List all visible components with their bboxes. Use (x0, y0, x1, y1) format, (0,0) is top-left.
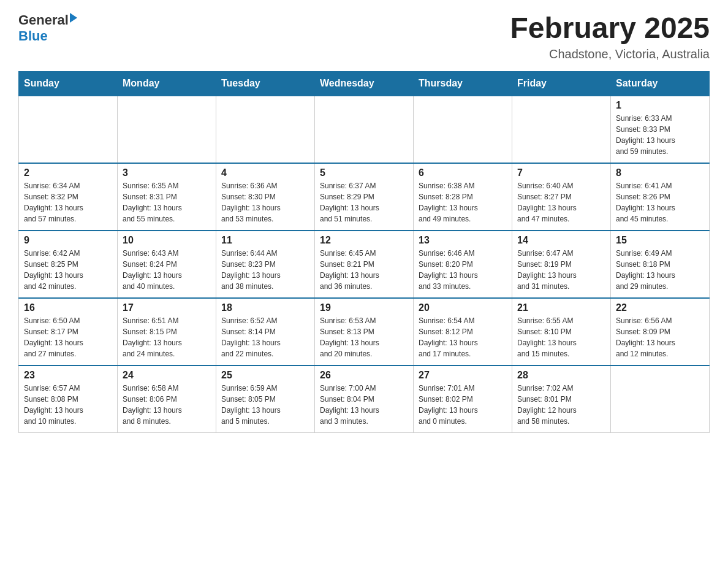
calendar-cell: 15Sunrise: 6:49 AM Sunset: 8:18 PM Dayli… (611, 231, 710, 298)
calendar-cell (118, 96, 216, 163)
day-number: 15 (616, 235, 704, 246)
month-title: February 2025 (510, 12, 710, 45)
day-info: Sunrise: 6:52 AM Sunset: 8:14 PM Dayligh… (221, 315, 309, 359)
calendar-cell: 10Sunrise: 6:43 AM Sunset: 8:24 PM Dayli… (118, 231, 216, 298)
day-info: Sunrise: 6:50 AM Sunset: 8:17 PM Dayligh… (24, 315, 112, 359)
calendar-cell: 19Sunrise: 6:53 AM Sunset: 8:13 PM Dayli… (315, 298, 414, 366)
weekday-header-thursday: Thursday (414, 71, 512, 96)
logo-blue-text: Blue (18, 28, 77, 44)
day-number: 4 (221, 167, 309, 178)
day-number: 28 (517, 370, 605, 381)
calendar-cell: 11Sunrise: 6:44 AM Sunset: 8:23 PM Dayli… (216, 231, 315, 298)
day-number: 7 (517, 167, 605, 178)
calendar-cell: 2Sunrise: 6:34 AM Sunset: 8:32 PM Daylig… (19, 163, 118, 231)
day-number: 26 (320, 370, 408, 381)
calendar-cell: 28Sunrise: 7:02 AM Sunset: 8:01 PM Dayli… (512, 366, 611, 433)
day-info: Sunrise: 6:54 AM Sunset: 8:12 PM Dayligh… (419, 315, 507, 359)
day-number: 12 (320, 235, 408, 246)
day-info: Sunrise: 7:02 AM Sunset: 8:01 PM Dayligh… (517, 383, 605, 427)
calendar-cell: 20Sunrise: 6:54 AM Sunset: 8:12 PM Dayli… (414, 298, 512, 366)
calendar-cell: 23Sunrise: 6:57 AM Sunset: 8:08 PM Dayli… (19, 366, 118, 433)
page-header: General Blue February 2025 Chadstone, Vi… (18, 12, 710, 61)
calendar-cell: 4Sunrise: 6:36 AM Sunset: 8:30 PM Daylig… (216, 163, 315, 231)
day-number: 10 (123, 235, 211, 246)
day-info: Sunrise: 6:55 AM Sunset: 8:10 PM Dayligh… (517, 315, 605, 359)
calendar-cell (315, 96, 414, 163)
day-number: 22 (616, 302, 704, 313)
day-number: 24 (123, 370, 211, 381)
day-number: 23 (24, 370, 112, 381)
calendar-week-1: 1Sunrise: 6:33 AM Sunset: 8:33 PM Daylig… (19, 96, 710, 163)
day-number: 2 (24, 167, 112, 178)
day-info: Sunrise: 6:56 AM Sunset: 8:09 PM Dayligh… (616, 315, 704, 359)
title-block: February 2025 Chadstone, Victoria, Austr… (510, 12, 710, 61)
calendar-cell: 26Sunrise: 7:00 AM Sunset: 8:04 PM Dayli… (315, 366, 414, 433)
location-title: Chadstone, Victoria, Australia (510, 47, 710, 61)
logo-general-text: General (18, 12, 69, 28)
day-info: Sunrise: 6:35 AM Sunset: 8:31 PM Dayligh… (123, 180, 211, 224)
day-number: 13 (419, 235, 507, 246)
calendar-cell: 18Sunrise: 6:52 AM Sunset: 8:14 PM Dayli… (216, 298, 315, 366)
day-info: Sunrise: 6:49 AM Sunset: 8:18 PM Dayligh… (616, 248, 704, 292)
calendar-cell: 14Sunrise: 6:47 AM Sunset: 8:19 PM Dayli… (512, 231, 611, 298)
weekday-header-saturday: Saturday (611, 71, 710, 96)
day-info: Sunrise: 6:33 AM Sunset: 8:33 PM Dayligh… (616, 113, 704, 157)
day-info: Sunrise: 6:37 AM Sunset: 8:29 PM Dayligh… (320, 180, 408, 224)
calendar-header: SundayMondayTuesdayWednesdayThursdayFrid… (19, 71, 710, 96)
day-info: Sunrise: 6:58 AM Sunset: 8:06 PM Dayligh… (123, 383, 211, 427)
calendar-week-5: 23Sunrise: 6:57 AM Sunset: 8:08 PM Dayli… (19, 366, 710, 433)
weekday-header-friday: Friday (512, 71, 611, 96)
day-info: Sunrise: 6:46 AM Sunset: 8:20 PM Dayligh… (419, 248, 507, 292)
day-number: 9 (24, 235, 112, 246)
day-info: Sunrise: 6:40 AM Sunset: 8:27 PM Dayligh… (517, 180, 605, 224)
day-number: 3 (123, 167, 211, 178)
day-info: Sunrise: 6:45 AM Sunset: 8:21 PM Dayligh… (320, 248, 408, 292)
calendar-table: SundayMondayTuesdayWednesdayThursdayFrid… (18, 71, 710, 434)
calendar-cell: 25Sunrise: 6:59 AM Sunset: 8:05 PM Dayli… (216, 366, 315, 433)
weekday-header-monday: Monday (118, 71, 216, 96)
calendar-cell (216, 96, 315, 163)
calendar-cell: 12Sunrise: 6:45 AM Sunset: 8:21 PM Dayli… (315, 231, 414, 298)
calendar-cell: 21Sunrise: 6:55 AM Sunset: 8:10 PM Dayli… (512, 298, 611, 366)
day-info: Sunrise: 6:53 AM Sunset: 8:13 PM Dayligh… (320, 315, 408, 359)
calendar-week-2: 2Sunrise: 6:34 AM Sunset: 8:32 PM Daylig… (19, 163, 710, 231)
calendar-cell: 1Sunrise: 6:33 AM Sunset: 8:33 PM Daylig… (611, 96, 710, 163)
weekday-header-wednesday: Wednesday (315, 71, 414, 96)
day-info: Sunrise: 7:01 AM Sunset: 8:02 PM Dayligh… (419, 383, 507, 427)
calendar-cell: 22Sunrise: 6:56 AM Sunset: 8:09 PM Dayli… (611, 298, 710, 366)
day-number: 18 (221, 302, 309, 313)
calendar-cell: 24Sunrise: 6:58 AM Sunset: 8:06 PM Dayli… (118, 366, 216, 433)
day-number: 5 (320, 167, 408, 178)
logo: General Blue (18, 12, 77, 44)
calendar-cell (512, 96, 611, 163)
calendar-cell: 5Sunrise: 6:37 AM Sunset: 8:29 PM Daylig… (315, 163, 414, 231)
day-info: Sunrise: 6:41 AM Sunset: 8:26 PM Dayligh… (616, 180, 704, 224)
day-number: 11 (221, 235, 309, 246)
calendar-week-4: 16Sunrise: 6:50 AM Sunset: 8:17 PM Dayli… (19, 298, 710, 366)
day-info: Sunrise: 6:51 AM Sunset: 8:15 PM Dayligh… (123, 315, 211, 359)
calendar-cell (414, 96, 512, 163)
day-info: Sunrise: 6:44 AM Sunset: 8:23 PM Dayligh… (221, 248, 309, 292)
calendar-cell: 3Sunrise: 6:35 AM Sunset: 8:31 PM Daylig… (118, 163, 216, 231)
day-info: Sunrise: 6:57 AM Sunset: 8:08 PM Dayligh… (24, 383, 112, 427)
day-info: Sunrise: 6:47 AM Sunset: 8:19 PM Dayligh… (517, 248, 605, 292)
day-number: 19 (320, 302, 408, 313)
day-number: 17 (123, 302, 211, 313)
day-info: Sunrise: 6:38 AM Sunset: 8:28 PM Dayligh… (419, 180, 507, 224)
weekday-header-tuesday: Tuesday (216, 71, 315, 96)
calendar-cell: 7Sunrise: 6:40 AM Sunset: 8:27 PM Daylig… (512, 163, 611, 231)
logo-arrow-icon (70, 13, 77, 23)
day-number: 25 (221, 370, 309, 381)
day-info: Sunrise: 6:42 AM Sunset: 8:25 PM Dayligh… (24, 248, 112, 292)
day-info: Sunrise: 6:34 AM Sunset: 8:32 PM Dayligh… (24, 180, 112, 224)
day-info: Sunrise: 6:43 AM Sunset: 8:24 PM Dayligh… (123, 248, 211, 292)
day-number: 21 (517, 302, 605, 313)
calendar-cell: 8Sunrise: 6:41 AM Sunset: 8:26 PM Daylig… (611, 163, 710, 231)
day-number: 20 (419, 302, 507, 313)
day-number: 27 (419, 370, 507, 381)
calendar-cell: 9Sunrise: 6:42 AM Sunset: 8:25 PM Daylig… (19, 231, 118, 298)
calendar-week-3: 9Sunrise: 6:42 AM Sunset: 8:25 PM Daylig… (19, 231, 710, 298)
calendar-body: 1Sunrise: 6:33 AM Sunset: 8:33 PM Daylig… (19, 96, 710, 433)
calendar-cell: 6Sunrise: 6:38 AM Sunset: 8:28 PM Daylig… (414, 163, 512, 231)
day-number: 16 (24, 302, 112, 313)
